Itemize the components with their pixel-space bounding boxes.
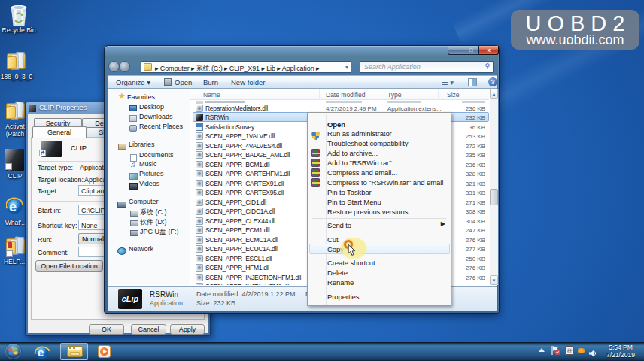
svg-text:e: e [9, 199, 17, 214]
